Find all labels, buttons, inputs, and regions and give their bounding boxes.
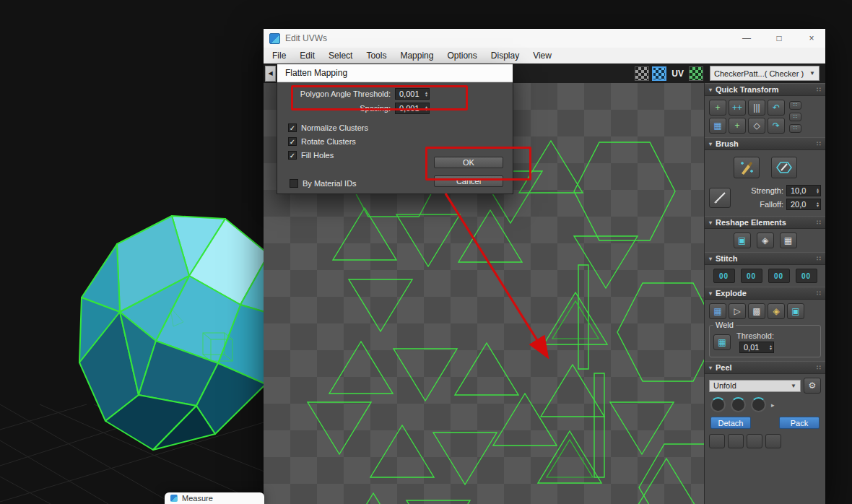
strength-field[interactable]: 10,0 ▴▾ — [786, 185, 821, 196]
menu-file[interactable]: File — [272, 51, 286, 61]
stitch-source-icon[interactable]: 00 — [741, 269, 762, 283]
close-button[interactable]: × — [798, 29, 825, 48]
spacing-field[interactable]: 0,001 ▴▾ — [395, 103, 430, 114]
reshape-header[interactable]: ▾ Reshape Elements ∷ — [705, 216, 825, 229]
section-reshape-elements: ▾ Reshape Elements ∷ ▣ ◈ ▦ — [705, 216, 825, 252]
grip-icon: ∷ — [817, 140, 821, 147]
stitch-target-icon[interactable]: 00 — [796, 269, 817, 283]
align-vertical-icon[interactable]: ||| — [748, 100, 765, 116]
diamond-align-icon[interactable]: ◇ — [748, 118, 765, 134]
stitch-average-icon[interactable]: 00 — [768, 269, 790, 283]
explode-header[interactable]: ▾ Explode ∷ — [705, 287, 825, 300]
normalize-clusters-checkbox[interactable]: ✓ — [288, 123, 297, 132]
snap-plus-icon[interactable]: ++ — [729, 100, 746, 116]
grip-icon: ∷ — [817, 219, 821, 226]
menu-edit[interactable]: Edit — [300, 51, 315, 61]
app-icon — [269, 33, 280, 44]
window-titlebar[interactable]: Edit UVWs — □ × — [264, 29, 825, 48]
menu-options[interactable]: Options — [447, 51, 477, 61]
toggle-option-icon[interactable]: ∷ — [789, 124, 801, 133]
flatten-by-smooth-icon[interactable]: ▩ — [748, 303, 765, 319]
polygon-angle-threshold-field[interactable]: 0,001 ▴▾ — [395, 88, 430, 100]
falloff-field[interactable]: 20,0 ▴▾ — [786, 199, 821, 210]
toggle-option-icon[interactable]: ∷ — [789, 113, 801, 121]
section-title: Peel — [716, 363, 732, 372]
panel-icon[interactable] — [765, 434, 781, 448]
relax-brush-icon[interactable] — [771, 157, 797, 178]
grid-snap-icon[interactable]: ▦ — [709, 118, 726, 134]
checker-pattern-green-icon[interactable] — [689, 66, 703, 81]
falloff-label: Falloff: — [760, 200, 783, 209]
spinner-arrows-icon[interactable]: ▴▾ — [817, 201, 819, 208]
add-point-icon[interactable]: + — [729, 118, 746, 134]
quick-transform-header[interactable]: ▾ Quick Transform ∷ — [705, 83, 825, 96]
spinner-arrows-icon[interactable]: ▴▾ — [817, 188, 819, 194]
flatten-custom-icon[interactable]: ▣ — [787, 303, 804, 319]
peel-reset-icon[interactable] — [751, 397, 766, 412]
spacing-value: 0,001 — [399, 104, 420, 113]
panel-icon[interactable] — [709, 434, 725, 448]
section-title: Reshape Elements — [716, 218, 786, 227]
flatten-by-face-icon[interactable]: ▦ — [709, 303, 726, 319]
by-material-ids-checkbox[interactable] — [290, 179, 298, 188]
measure-window[interactable]: Measure — [165, 492, 264, 504]
weld-threshold-field[interactable]: 0,01 ▴▾ — [739, 342, 774, 353]
peel-header[interactable]: ▾ Peel ∷ — [705, 361, 825, 374]
fill-holes-checkbox[interactable]: ✓ — [288, 151, 297, 160]
section-title: Explode — [716, 289, 747, 297]
menu-view[interactable]: View — [533, 51, 552, 61]
collapse-arrow-icon: ▾ — [709, 365, 712, 371]
flatten-by-angle-icon[interactable]: ▷ — [729, 303, 746, 319]
stitch-header[interactable]: ▾ Stitch ∷ — [705, 252, 825, 265]
weld-icon[interactable]: ▦ — [713, 334, 731, 350]
desktop: Edit UVWs — □ × File Edit Select Tools M… — [0, 0, 852, 504]
menu-tools[interactable]: Tools — [366, 51, 386, 61]
section-title: Stitch — [716, 254, 738, 263]
detach-button[interactable]: Detach — [710, 417, 751, 429]
dialog-title: Flatten Mapping — [285, 68, 347, 78]
quick-peel-icon[interactable] — [710, 397, 726, 412]
dialog-titlebar[interactable]: Flatten Mapping — [277, 64, 513, 82]
peel-expand-icon[interactable]: ▸ — [771, 401, 775, 409]
straighten-icon[interactable]: ▣ — [734, 233, 751, 248]
rotate-cw-icon[interactable]: ↷ — [768, 118, 785, 134]
collapse-left-icon[interactable]: ◀ — [265, 66, 276, 82]
peel-mode-icon[interactable] — [731, 397, 746, 412]
spinner-arrows-icon[interactable]: ▴▾ — [770, 344, 772, 351]
texture-dropdown[interactable]: CheckerPatt...( Checker ) ▼ — [710, 66, 820, 81]
uv-channel-label: UV — [671, 69, 684, 79]
panel-icon[interactable] — [728, 434, 744, 448]
move-tool-icon[interactable]: + — [709, 100, 726, 116]
section-title: Brush — [716, 139, 739, 148]
minimize-button[interactable]: — — [733, 29, 760, 48]
rescale-icon[interactable]: ▦ — [780, 233, 797, 248]
panel-icon[interactable] — [747, 434, 762, 448]
unfold-dropdown[interactable]: Unfold ▼ — [709, 380, 801, 392]
maximize-button[interactable]: □ — [765, 29, 793, 48]
spinner-arrows-icon[interactable]: ▴▾ — [425, 105, 427, 112]
pack-button[interactable]: Pack — [779, 417, 820, 429]
relax-until-icon[interactable]: ◈ — [757, 233, 774, 248]
flatten-by-material-icon[interactable]: ◈ — [768, 303, 785, 319]
line-brush-icon[interactable] — [709, 188, 731, 208]
measure-app-icon — [170, 495, 178, 502]
checker-pattern-selected-icon[interactable] — [652, 66, 666, 81]
paint-brush-icon[interactable] — [734, 157, 760, 178]
section-brush: ▾ Brush ∷ — [705, 137, 825, 216]
rotate-ccw-icon[interactable]: ↶ — [768, 100, 785, 116]
rotate-clusters-checkbox[interactable]: ✓ — [288, 137, 297, 146]
strength-label: Strength: — [751, 186, 783, 195]
menu-select[interactable]: Select — [329, 51, 352, 61]
peel-settings-gear-icon[interactable]: ⚙ — [804, 378, 821, 394]
chevron-down-icon: ▼ — [791, 383, 796, 389]
brush-header[interactable]: ▾ Brush ∷ — [705, 137, 825, 150]
cancel-button[interactable]: Cancel — [434, 175, 503, 187]
stitch-custom-icon[interactable]: 00 — [713, 269, 735, 283]
menu-display[interactable]: Display — [491, 51, 519, 61]
ok-button[interactable]: OK — [434, 157, 503, 168]
menu-mapping[interactable]: Mapping — [400, 51, 433, 61]
spinner-arrows-icon[interactable]: ▴▾ — [425, 91, 427, 97]
flatten-mapping-dialog: Flatten Mapping Polygon Angle Threshold:… — [277, 64, 513, 194]
checker-pattern-icon[interactable] — [635, 66, 649, 81]
toggle-option-icon[interactable]: ∷ — [789, 101, 801, 110]
